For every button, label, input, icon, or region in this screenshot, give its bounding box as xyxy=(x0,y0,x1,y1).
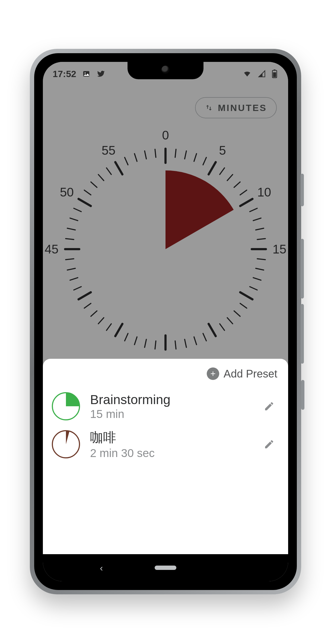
volume-down-button xyxy=(301,304,304,364)
phone-frame: 17:52 xyxy=(30,49,301,594)
nav-back-button[interactable]: ‹ xyxy=(100,563,103,573)
add-preset-label: Add Preset xyxy=(224,368,277,380)
preset-text: 咖啡 2 min 30 sec xyxy=(90,429,252,460)
svg-rect-4 xyxy=(273,72,276,77)
preset-pie-icon xyxy=(51,391,81,421)
side-button xyxy=(301,174,304,206)
preset-sheet: Add Preset Brainstorming 15 min 咖啡 2 min… xyxy=(43,359,288,554)
svg-point-1 xyxy=(85,72,86,74)
edit-preset-button[interactable] xyxy=(261,436,277,452)
android-nav-bar: ‹ xyxy=(43,554,288,581)
screen: 17:52 xyxy=(43,62,288,581)
status-time: 17:52 xyxy=(53,69,76,79)
preset-row[interactable]: Brainstorming 15 min xyxy=(43,388,288,425)
twitter-icon xyxy=(96,70,106,78)
cell-signal-icon xyxy=(258,70,266,78)
preset-text: Brainstorming 15 min xyxy=(90,392,252,421)
front-camera xyxy=(161,66,170,74)
volume-up-button xyxy=(301,239,304,299)
preset-subtitle: 2 min 30 sec xyxy=(90,447,252,460)
plus-circle-icon xyxy=(207,367,219,380)
wifi-icon xyxy=(243,70,252,78)
battery-icon xyxy=(272,69,277,78)
image-icon xyxy=(82,70,90,78)
display-notch xyxy=(128,62,203,79)
preset-row[interactable]: 咖啡 2 min 30 sec xyxy=(43,425,288,464)
preset-title: Brainstorming xyxy=(90,392,252,407)
edit-preset-button[interactable] xyxy=(261,398,277,414)
preset-pie-icon xyxy=(51,429,81,459)
preset-title: 咖啡 xyxy=(90,429,252,446)
assistant-button xyxy=(301,380,304,410)
add-preset-button[interactable]: Add Preset xyxy=(43,364,288,388)
preset-subtitle: 15 min xyxy=(90,408,252,421)
nav-home-pill[interactable] xyxy=(155,566,176,570)
